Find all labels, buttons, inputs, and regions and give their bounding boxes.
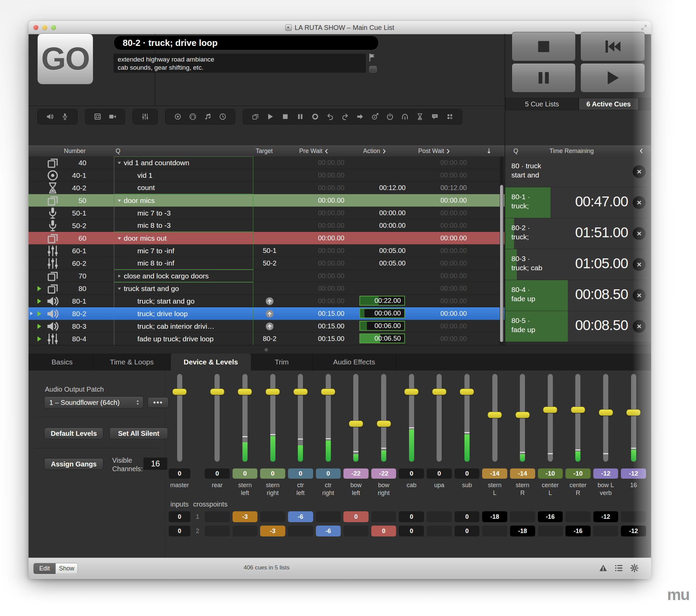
col-header-q[interactable]: Q xyxy=(116,147,120,155)
crosspoint-cell[interactable]: -3 xyxy=(233,511,258,522)
fader-value-chip[interactable]: 0 xyxy=(399,469,424,479)
sort-order-icon[interactable] xyxy=(486,148,492,154)
fader-track[interactable] xyxy=(409,374,414,462)
fader-track[interactable] xyxy=(242,374,248,462)
fader-thumb[interactable] xyxy=(377,421,391,427)
action-cell[interactable] xyxy=(347,282,406,295)
warning-icon[interactable] xyxy=(599,564,607,572)
post-wait-cell[interactable]: 00:00.00 xyxy=(408,282,467,295)
cue-name-cell[interactable]: fade up truck; drive loop xyxy=(114,332,253,345)
cue-name-cell[interactable]: truck start and go xyxy=(114,282,253,295)
fader-thumb[interactable] xyxy=(516,412,530,418)
action-cell[interactable] xyxy=(347,194,406,207)
fader-thumb[interactable] xyxy=(172,389,187,395)
crosspoint-cell[interactable] xyxy=(593,525,618,536)
active-cue-row[interactable]: 80 · truckstart and xyxy=(505,156,651,187)
active-cue-row[interactable]: 80-5 ·fade up00:08.50 xyxy=(505,311,651,342)
cue-target-cell[interactable] xyxy=(253,181,286,194)
active-col-q[interactable]: Q xyxy=(513,147,518,155)
fader-track[interactable] xyxy=(215,374,220,462)
power-icon[interactable] xyxy=(386,113,394,120)
cue-name-cell[interactable]: truck; drive loop xyxy=(114,307,253,320)
post-wait-cell[interactable]: 00:00.00 xyxy=(408,244,467,257)
pre-wait-cell[interactable]: 00:15.00 xyxy=(286,307,345,320)
tab-cue-lists[interactable]: 5 Cue Lists xyxy=(505,98,579,110)
crosspoint-cell[interactable]: -12 xyxy=(593,511,618,522)
post-wait-cell[interactable]: 00:00.00 xyxy=(408,257,467,270)
cue-target-cell[interactable]: 50-2 xyxy=(253,257,286,270)
cue-row-60-2[interactable]: 60-2mic 8 to -inf50-200:00.0000:05.0000:… xyxy=(29,257,505,270)
disclosure-open-icon[interactable] xyxy=(117,286,122,291)
crosspoint-cell[interactable] xyxy=(482,525,507,536)
fader-thumb[interactable] xyxy=(571,407,585,413)
cue-name-cell[interactable]: door mics xyxy=(114,194,253,207)
cue-name-cell[interactable]: mic 7 to -inf xyxy=(114,244,253,257)
cue-target-cell[interactable] xyxy=(253,270,286,282)
active-col-time-remaining[interactable]: Time Remaining xyxy=(550,147,594,155)
phones-icon[interactable] xyxy=(401,113,409,120)
pre-wait-cell[interactable]: 00:00.00 xyxy=(286,295,345,307)
cue-row-80[interactable]: 80truck start and go00:00.0000:00.00 xyxy=(29,282,505,295)
stop-cue-button[interactable] xyxy=(633,165,646,178)
film-icon[interactable] xyxy=(94,113,101,120)
action-cell[interactable]: 00:22.00 xyxy=(347,295,406,307)
fader-thumb[interactable] xyxy=(349,421,363,427)
fader-value-chip[interactable]: -10 xyxy=(538,469,563,479)
clock-icon[interactable] xyxy=(219,113,226,120)
active-cue-row[interactable]: 80-3 ·truck; cab01:05.00 xyxy=(505,249,651,280)
pre-wait-cell[interactable]: 00:15.00 xyxy=(286,332,345,345)
crosspoint-cell[interactable]: -18 xyxy=(482,511,507,522)
post-wait-cell[interactable]: 00:00.00 xyxy=(408,307,467,320)
splitter-handle[interactable] xyxy=(265,348,268,351)
crosspoint-cell[interactable] xyxy=(205,525,230,536)
crosspoint-cell[interactable]: 0 xyxy=(344,511,368,522)
audio-patch-select[interactable]: 1 – Soundflower (64ch) xyxy=(44,396,143,409)
crosspoint-cell[interactable]: 0 xyxy=(371,525,396,536)
action-cell[interactable]: 00:00.00 xyxy=(347,219,406,232)
pre-wait-cell[interactable]: 00:00.00 xyxy=(286,232,345,244)
fader-track[interactable] xyxy=(326,374,331,462)
disclosure-open-icon[interactable] xyxy=(117,160,122,165)
crosspoint-cell[interactable] xyxy=(371,511,396,522)
post-wait-cell[interactable]: 00:12.00 xyxy=(408,181,467,194)
post-wait-cell[interactable]: 00:00.00 xyxy=(408,270,467,282)
fader-track[interactable] xyxy=(492,374,497,462)
undo-icon[interactable] xyxy=(327,113,334,120)
crosspoint-cell[interactable]: 0 xyxy=(399,525,424,536)
cue-name-cell[interactable]: mic 8 to -inf xyxy=(114,257,253,270)
fader-value-chip[interactable]: -10 xyxy=(566,469,590,479)
cue-name-cell[interactable]: door mics out xyxy=(114,232,253,244)
speaker-icon[interactable] xyxy=(46,113,54,120)
pre-wait-cell[interactable]: 00:00.00 xyxy=(286,156,345,169)
stop-cue-button[interactable] xyxy=(633,227,646,240)
fader-track[interactable] xyxy=(353,374,358,462)
action-cell[interactable] xyxy=(347,156,406,169)
action-cell[interactable] xyxy=(347,232,406,244)
post-wait-cell[interactable]: 00:00.00 xyxy=(408,320,467,332)
cue-list-scrollbar[interactable] xyxy=(500,156,504,345)
fader-thumb[interactable] xyxy=(488,412,502,418)
disclosure-open-icon[interactable] xyxy=(117,236,122,241)
fader-thumb[interactable] xyxy=(543,407,557,413)
fader-value-chip[interactable]: -22 xyxy=(371,469,396,479)
post-wait-cell[interactable]: 00:00.00 xyxy=(408,232,467,244)
crosspoint-cell[interactable] xyxy=(344,525,368,536)
stop-cue-button[interactable] xyxy=(633,196,646,209)
pre-wait-cell[interactable]: 00:15.00 xyxy=(286,320,345,332)
fader-thumb[interactable] xyxy=(599,409,613,416)
pre-wait-cell[interactable]: 00:00.00 xyxy=(286,169,345,181)
cue-target-cell[interactable] xyxy=(253,295,286,307)
crosspoint-cell[interactable]: -16 xyxy=(538,511,563,522)
default-levels-button[interactable]: Default Levels xyxy=(44,428,104,439)
pre-wait-cell[interactable]: 00:00.00 xyxy=(286,257,345,270)
pre-wait-cell[interactable]: 00:00.00 xyxy=(286,181,345,194)
pre-wait-cell[interactable]: 00:00.00 xyxy=(286,207,345,219)
fader-thumb[interactable] xyxy=(294,389,308,395)
action-cell[interactable]: 00:06.00 xyxy=(347,307,406,320)
mic-icon[interactable] xyxy=(61,113,69,120)
post-wait-cell[interactable]: 00:00.00 xyxy=(408,332,467,345)
crosspoint-cell[interactable] xyxy=(427,525,452,536)
fader-value-chip[interactable]: 0 xyxy=(233,469,258,479)
cue-target-cell[interactable] xyxy=(253,307,286,320)
cue-row-60-1[interactable]: 60-1mic 7 to -inf50-100:00.0000:05.0000:… xyxy=(29,244,505,257)
